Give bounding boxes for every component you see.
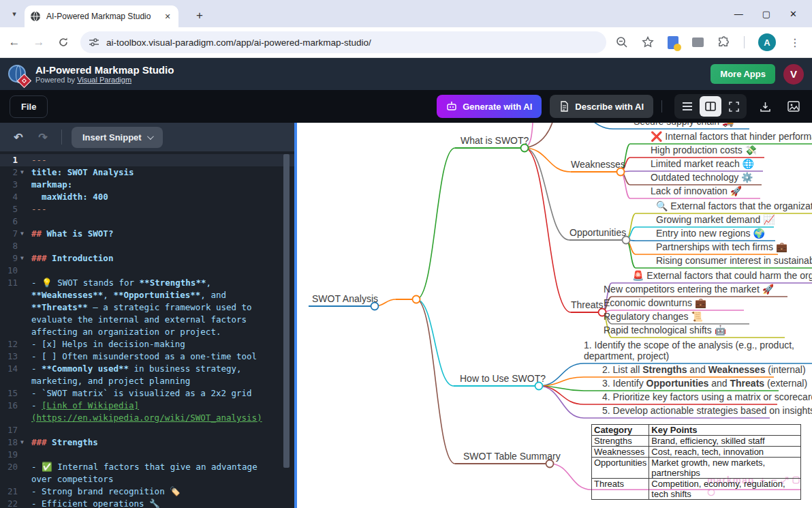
map-node-label[interactable]: 4. Prioritize key factors using a matrix… (602, 391, 812, 402)
editor-line[interactable]: 11- 💡 SWOT stands for **Strengths**, **W… (0, 277, 294, 338)
map-node-label[interactable]: Regulatory changes 📜 (604, 311, 703, 322)
editor-line[interactable]: 10 (0, 265, 294, 277)
map-node-label[interactable]: Weaknesses (571, 159, 625, 170)
forward-button[interactable]: → (29, 32, 49, 53)
editor-line[interactable]: 12- [x] Helps in decision-making (0, 338, 294, 350)
more-apps-button[interactable]: More Apps (710, 64, 775, 84)
browser-profile-avatar[interactable]: A (758, 33, 776, 51)
editor-line[interactable]: 5--- (0, 203, 294, 215)
zoom-out-icon[interactable] (616, 36, 628, 48)
map-node-label[interactable]: Opportunities (569, 227, 626, 238)
editor-line[interactable]: 22- Efficient operations 🔧 (0, 498, 294, 508)
map-node-label[interactable]: New competitors entering the market 🚀 (604, 284, 774, 295)
back-button[interactable]: ← (4, 32, 25, 53)
list-view-icon (682, 102, 693, 111)
map-node-label[interactable]: 2. List all Strengths and Weaknesses (in… (602, 364, 806, 375)
editor-line[interactable]: 2▼title: SWOT Analysis (0, 166, 294, 179)
fold-chevron-icon[interactable]: ▼ (18, 228, 27, 240)
tab-close-icon[interactable]: ✕ (162, 11, 173, 22)
fold-chevron-icon[interactable]: ▼ (18, 166, 27, 179)
describe-with-ai-button[interactable]: Describe with AI (550, 95, 653, 118)
editor-line[interactable]: 19 (0, 449, 294, 461)
editor-line[interactable]: 14- **Commonly used** in business strate… (0, 363, 294, 387)
map-node-label[interactable]: What is SWOT? (460, 135, 529, 146)
fold-chevron-icon[interactable]: ▼ (18, 436, 27, 449)
fold-spacer (18, 203, 27, 215)
map-node-label[interactable]: 3. Identify Opportunities and Threats (e… (602, 378, 807, 389)
reload-button[interactable] (53, 32, 74, 53)
map-node-label[interactable]: Growing market demand 📈 (656, 214, 775, 225)
markdown-editor-panel: ↶ ↷ Insert Snippet 1---2▼title: SWOT Ana… (0, 123, 294, 508)
editor-line[interactable]: 20- ✅ Internal factors that give an adva… (0, 461, 294, 485)
undo-button[interactable]: ↶ (10, 128, 27, 146)
map-node-label[interactable]: Entry into new regions 🌍 (656, 228, 765, 239)
insert-snippet-button[interactable]: Insert Snippet (72, 127, 163, 148)
editor-line[interactable]: 17 (0, 424, 294, 436)
map-node-label[interactable]: How to Use SWOT? (460, 373, 546, 384)
editor-line[interactable]: 21- Strong brand recognition 🏷️ (0, 485, 294, 498)
table-row: StrengthsBrand, efficiency, skilled staf… (592, 436, 801, 447)
user-avatar[interactable]: V (783, 64, 804, 85)
window-close-button[interactable]: ✕ (790, 9, 797, 19)
window-minimize-button[interactable]: — (734, 9, 743, 19)
bookmark-star-icon[interactable] (642, 36, 654, 48)
browser-tab[interactable]: AI-Powered Markmap Studio ✕ (25, 5, 178, 27)
map-node-label[interactable]: Secure supply chain 🚚 (634, 123, 734, 127)
line-number: 4 (0, 191, 18, 203)
map-node-label[interactable]: SWOT Analysis (312, 293, 378, 304)
node-collapse-circle[interactable] (413, 296, 420, 303)
address-bar[interactable]: ai-toolbox.visual-paradigm.com/app/ai-po… (80, 31, 606, 53)
editor-line[interactable]: 6 (0, 215, 294, 228)
extension-translate-icon[interactable] (668, 36, 678, 49)
map-node-label[interactable]: Outdated technology ⚙️ (651, 172, 753, 183)
editor-line[interactable]: 13- [ ] Often misunderstood as a one-tim… (0, 350, 294, 363)
file-menu-button[interactable]: File (10, 95, 48, 118)
editor-line[interactable]: 9▼### Introduction (0, 252, 294, 265)
map-node-label[interactable]: 🔍 External factors that the organizatio (656, 200, 812, 211)
map-node-label[interactable]: High production costs 💸 (651, 145, 757, 155)
markmap-canvas[interactable]: SWOT AnalysisWhat is SWOT?Weaknesses❌ In… (297, 123, 812, 508)
map-node-label[interactable]: Partnerships with tech firms 💼 (656, 241, 787, 252)
code-editor[interactable]: 1---2▼title: SWOT Analysis3markmap:4 max… (0, 151, 294, 508)
map-node-label[interactable]: Economic downturns 💼 (604, 297, 706, 308)
editor-line[interactable]: 15- `SWOT matrix` is visualized as a 2x2… (0, 387, 294, 400)
editor-line[interactable]: 4 maxWidth: 400 (0, 191, 294, 203)
extension-comment-icon[interactable] (692, 38, 704, 47)
site-settings-tune-icon[interactable] (89, 37, 99, 48)
editor-line[interactable]: 7▼## What is SWOT? (0, 228, 294, 240)
new-tab-button[interactable]: + (191, 7, 208, 25)
window-maximize-button[interactable]: ▢ (762, 9, 770, 19)
editor-line[interactable]: 16- [Link of Wikipedia](https://en.wikip… (0, 400, 294, 424)
editor-only-view-button[interactable] (676, 96, 698, 117)
visual-paradigm-link[interactable]: Visual Paradigm (77, 76, 131, 84)
export-image-button[interactable] (783, 96, 804, 117)
editor-line[interactable]: 3markmap: (0, 179, 294, 191)
fold-chevron-icon[interactable]: ▼ (18, 252, 27, 265)
editor-line[interactable]: 8 (0, 240, 294, 252)
split-view-button[interactable] (700, 96, 721, 117)
browser-menu-kebab-icon[interactable]: ⋮ (790, 36, 800, 49)
fold-spacer (18, 240, 27, 252)
robot-icon (446, 101, 457, 112)
map-node-label[interactable]: 1. Identify the scope of the analysis (e… (584, 340, 794, 361)
map-node-label[interactable]: Rapid technological shifts 🤖 (604, 325, 726, 335)
visual-paradigm-logo-icon (8, 64, 29, 85)
download-icon (760, 101, 771, 113)
download-button[interactable] (755, 96, 775, 117)
generate-with-ai-button[interactable]: Generate with AI (437, 95, 542, 118)
extensions-puzzle-icon[interactable] (717, 36, 730, 49)
map-node-label[interactable]: Rising consumer interest in sustainabili (656, 255, 812, 266)
map-node-label[interactable]: Threats (571, 299, 603, 310)
editor-line[interactable]: 1--- (0, 154, 294, 166)
editor-scrollbar[interactable] (283, 154, 290, 468)
map-node-label[interactable]: Limited market reach 🌐 (651, 158, 754, 169)
redo-button[interactable]: ↷ (34, 128, 52, 146)
fullscreen-view-button[interactable] (723, 96, 745, 117)
map-node-label[interactable]: Lack of innovation 🚀 (651, 185, 742, 196)
map-node-label[interactable]: ❌ Internal factors that hinder performa (651, 131, 812, 142)
map-node-label[interactable]: 🚨 External factors that could harm the o… (632, 270, 812, 281)
editor-line[interactable]: 18▼### Strengths (0, 436, 294, 449)
map-node-label[interactable]: 5. Develop actionable strategies based o… (602, 405, 812, 416)
map-node-label[interactable]: SWOT Table Summary (463, 451, 561, 462)
tab-search-button[interactable]: ▾ (5, 5, 23, 23)
